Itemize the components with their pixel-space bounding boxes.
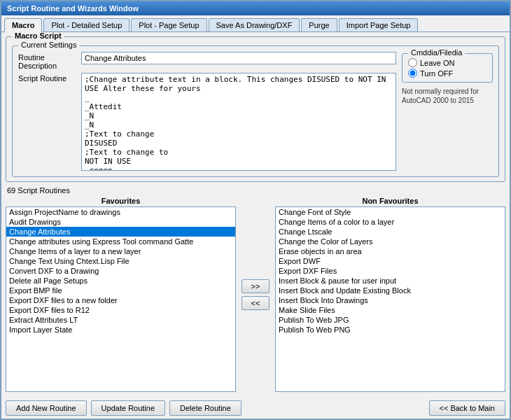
tab-plot-detail[interactable]: Plot - Detailed Setup	[43, 18, 130, 31]
routine-description-row: Routine Description	[18, 52, 396, 70]
lower-section: 69 Script Routines Favourites Assign Pro…	[6, 186, 505, 392]
update-routine-button[interactable]: Update Routine	[91, 400, 165, 416]
arrow-buttons: >> <<	[239, 197, 272, 392]
left-col: Routine Description Script Routine	[18, 52, 396, 171]
tab-save-as[interactable]: Save As Drawing/DXF	[209, 18, 300, 31]
left-buttons: Add New Routine Update Routine Delete Ro…	[6, 400, 241, 416]
non-favourite-list-item[interactable]: Publish To Web PNG	[276, 325, 505, 335]
favourite-list-item[interactable]: Export BMP file	[6, 286, 235, 295]
favourites-section: Favourites Assign ProjectName to drawing…	[6, 197, 236, 392]
non-favourite-list-item[interactable]: Change Items of a color to a layer	[276, 217, 505, 227]
leave-on-label[interactable]: Leave ON	[420, 59, 455, 67]
turn-off-label[interactable]: Turn OFF	[420, 69, 453, 78]
non-favourite-list-item[interactable]: Insert Block & pause for user input	[276, 276, 505, 286]
lists-container: Favourites Assign ProjectName to drawing…	[6, 197, 505, 392]
cmddia-group: Cmddia/Filedia Leave ON Turn OFF	[402, 53, 493, 83]
tab-purge[interactable]: Purge	[301, 18, 337, 31]
favourite-list-item[interactable]: Import Layer State	[6, 325, 235, 335]
current-settings-group: Current Settings Routine Description Scr…	[12, 46, 499, 177]
favourite-list-item[interactable]: Change attributes using Express Tool com…	[6, 237, 235, 246]
non-favourite-list-item[interactable]: Change Ltscale	[276, 227, 505, 237]
script-routine-label: Script Routine	[18, 73, 81, 83]
favourite-list-item[interactable]: Delete all Page Setups	[6, 276, 235, 286]
move-left-button[interactable]: <<	[241, 296, 270, 310]
favourites-header: Favourites	[6, 197, 236, 205]
favourites-list[interactable]: Assign ProjectName to drawingsAudit Draw…	[6, 206, 236, 392]
script-routine-textarea[interactable]	[82, 74, 396, 170]
leave-on-radio[interactable]	[408, 58, 417, 67]
window-title: Script Routine and Wizards Window	[7, 4, 139, 13]
bottom-bar: Add New Routine Update Routine Delete Ro…	[1, 396, 510, 419]
turn-off-radio[interactable]	[408, 69, 417, 78]
cmddia-label: Cmddia/Filedia	[408, 48, 465, 57]
favourite-list-item[interactable]: Change Attributes	[6, 227, 235, 237]
back-to-main-button[interactable]: << Back to Main	[429, 400, 506, 416]
non-favourite-list-item[interactable]: Insert Block Into Drawings	[276, 295, 505, 305]
macro-script-label: Macro Script	[12, 32, 64, 40]
main-window: Script Routine and Wizards Window Macro …	[0, 0, 511, 420]
favourite-list-item[interactable]: Export DXF files to a new folder	[6, 295, 235, 305]
right-buttons: << Back to Main	[429, 400, 506, 416]
content-area: Macro Script Current Settings Routine De…	[1, 32, 510, 396]
macro-script-group: Macro Script Current Settings Routine De…	[6, 36, 505, 182]
non-favourite-list-item[interactable]: Erase objects in an area	[276, 246, 505, 256]
favourite-list-item[interactable]: Change Text Using Chtext.Lisp File	[6, 256, 235, 266]
right-col: Cmddia/Filedia Leave ON Turn OFF Not nor…	[402, 52, 493, 171]
non-favourite-list-item[interactable]: Make Slide Files	[276, 305, 505, 315]
non-favourites-list[interactable]: Change Font of StyleChange Items of a co…	[275, 206, 505, 392]
non-favourite-list-item[interactable]: Change Font of Style	[276, 207, 505, 217]
non-favourites-section: Non Favourites Change Font of StyleChang…	[275, 197, 505, 392]
delete-routine-button[interactable]: Delete Routine	[169, 400, 241, 416]
title-bar: Script Routine and Wizards Window	[1, 1, 510, 15]
non-favourites-header: Non Favourites	[275, 197, 505, 205]
current-settings-label: Current Settings	[18, 41, 79, 49]
routine-description-label: Routine Description	[18, 52, 81, 70]
leave-on-row: Leave ON	[408, 58, 486, 67]
favourite-list-item[interactable]: Extract Attributes LT	[6, 315, 235, 325]
tab-bar: Macro Plot - Detailed Setup Plot - Page …	[1, 15, 510, 32]
tab-plot-page[interactable]: Plot - Page Setup	[131, 18, 206, 31]
script-routine-row: Script Routine	[18, 73, 396, 171]
non-favourite-list-item[interactable]: Change the Color of Layers	[276, 237, 505, 246]
tab-macro[interactable]: Macro	[4, 18, 42, 32]
macro-inner: Routine Description Script Routine	[18, 52, 493, 171]
move-right-button[interactable]: >>	[241, 279, 270, 293]
turn-off-row: Turn OFF	[408, 69, 486, 78]
favourite-list-item[interactable]: Audit Drawings	[6, 217, 235, 227]
favourite-list-item[interactable]: Change Items of a layer to a new layer	[6, 246, 235, 256]
add-new-routine-button[interactable]: Add New Routine	[6, 400, 87, 416]
non-favourite-list-item[interactable]: Export DXF Files	[276, 266, 505, 276]
favourite-list-item[interactable]: Assign ProjectName to drawings	[6, 207, 235, 217]
routine-description-input[interactable]	[81, 52, 396, 64]
script-routine-wrapper	[81, 73, 396, 171]
favourite-list-item[interactable]: Export DXF files to R12	[6, 305, 235, 315]
favourite-list-item[interactable]: Convert DXF to a Drawing	[6, 266, 235, 276]
non-favourite-list-item[interactable]: Export DWF	[276, 256, 505, 266]
count-label: 69 Script Routines	[6, 186, 505, 195]
non-favourite-list-item[interactable]: Insert Block and Update Existing Block	[276, 286, 505, 295]
non-favourite-list-item[interactable]: Publish To Web JPG	[276, 315, 505, 325]
tab-import[interactable]: Import Page Setup	[339, 18, 419, 31]
note-text: Not normally required for AutoCAD 2000 t…	[402, 87, 493, 105]
